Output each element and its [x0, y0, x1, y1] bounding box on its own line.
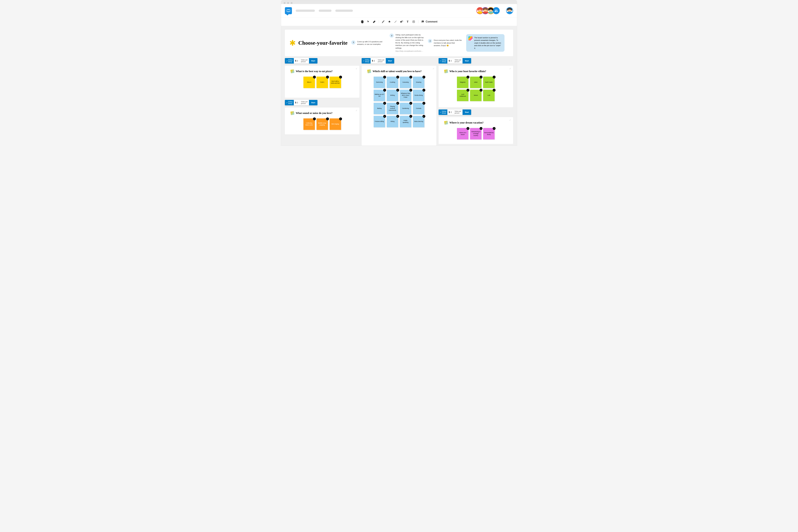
sticky-note[interactable]: Lord Voldemort✓ — [457, 90, 469, 101]
vote-check-icon[interactable]: ✓ — [410, 115, 412, 118]
vote-check-icon[interactable]: ✓ — [410, 89, 412, 92]
vote-check-icon[interactable]: ✓ — [422, 76, 425, 78]
vote-check-icon[interactable]: ✓ — [422, 89, 425, 92]
vote-stepper[interactable]: ▲▼ — [374, 60, 375, 62]
note-tool-icon[interactable] — [412, 20, 415, 23]
vote-check-icon[interactable]: ✓ — [396, 89, 399, 92]
question-section-skill[interactable]: ✓ Which skill or talent would you love t… — [362, 66, 436, 146]
voting-setup-button[interactable]: ⤢ Voting Setup — [285, 58, 294, 63]
start-voting-button[interactable]: Start — [462, 58, 471, 63]
sticky-note[interactable]: Waking up at 5 AM✓ — [374, 90, 385, 101]
vote-stepper[interactable]: ▲▼ — [297, 60, 298, 62]
voting-setup-button[interactable]: ⤢ Voting Setup — [362, 58, 370, 63]
shape-tool-icon[interactable] — [400, 20, 403, 23]
sticky-note[interactable]: Darth Vader✓ — [483, 77, 495, 88]
vote-check-icon[interactable]: ✓ — [493, 89, 496, 92]
sticky-note[interactable]: Loki✓ — [483, 90, 495, 101]
sticky-note[interactable]: Bird singing✓ — [329, 118, 341, 130]
sticky-note[interactable]: Drawing✓ — [413, 77, 424, 88]
app-logo[interactable] — [285, 7, 292, 14]
pointer-tool-icon[interactable] — [367, 20, 370, 23]
vote-check-icon[interactable]: ✓ — [396, 102, 399, 105]
sticky-note[interactable]: Magneto✓ — [457, 77, 469, 88]
sticky-note[interactable]: Joker✓ — [470, 77, 481, 88]
sticky-note[interactable]: Hiking✓ — [387, 116, 398, 127]
question-section-pizza[interactable]: ✓ What is the best way to eat pizza? Sli… — [285, 66, 359, 98]
vote-check-icon[interactable]: ✓ — [480, 127, 482, 130]
vote-check-icon[interactable]: ✓ — [467, 127, 469, 130]
eraser-tool-icon[interactable] — [373, 20, 376, 23]
vote-check-icon[interactable]: ✓ — [396, 76, 399, 78]
section-check-icon[interactable]: ✓ — [509, 119, 511, 121]
start-voting-button[interactable]: Start — [462, 110, 471, 115]
vote-check-icon[interactable]: ✓ — [383, 76, 386, 78]
sticky-note[interactable]: Public speaking✓ — [400, 116, 411, 127]
vote-check-icon[interactable]: ✓ — [326, 117, 329, 120]
sticky-note[interactable]: Scuba diving✓ — [413, 90, 424, 101]
vote-check-icon[interactable]: ✓ — [493, 127, 496, 130]
sticky-note[interactable]: Gardening✓ — [400, 103, 411, 114]
vote-check-icon[interactable]: ✓ — [410, 102, 412, 105]
current-user-avatar[interactable] — [506, 7, 513, 14]
marker-tool-icon[interactable] — [388, 20, 391, 23]
window-dot[interactable] — [284, 2, 286, 4]
sticky-note[interactable]: Venon✓ — [470, 90, 481, 101]
line-tool-icon[interactable] — [394, 20, 397, 23]
canvas[interactable]: ✱ Choose-your-favorite 1 Come up with 3-… — [281, 26, 517, 146]
sticky-note[interactable]: Surrounded by family✓ — [483, 128, 495, 139]
window-dot[interactable] — [291, 2, 292, 4]
voting-setup-button[interactable]: ⤢ Voting Setup — [439, 58, 448, 63]
question-section-villain[interactable]: ✓ Who is your least favorite villain? Ma… — [439, 66, 513, 107]
start-voting-button[interactable]: Start — [386, 58, 394, 63]
vote-check-icon[interactable]: ✓ — [383, 89, 386, 92]
help-link[interactable]: https://help.conceptboard.com/hc/en-us/.… — [395, 50, 424, 52]
sticky-note[interactable]: Fold it✓ — [317, 77, 328, 88]
window-dot[interactable] — [287, 2, 289, 4]
vote-check-icon[interactable]: ✓ — [480, 76, 482, 78]
start-voting-button[interactable]: Start — [309, 58, 318, 63]
text-tool-icon[interactable] — [406, 20, 409, 23]
vote-check-icon[interactable]: ✓ — [422, 102, 425, 105]
sticky-note[interactable]: Bubble wrap popping✓ — [317, 118, 328, 130]
sticky-note[interactable]: Slice it✓ — [303, 77, 315, 88]
vote-check-icon[interactable]: ✓ — [313, 117, 316, 120]
vote-check-icon[interactable]: ✓ — [383, 115, 386, 118]
sticky-note[interactable]: Swimming✓ — [374, 77, 385, 88]
vote-check-icon[interactable]: ✓ — [422, 115, 425, 118]
sticky-note[interactable]: Baking✓ — [374, 103, 385, 114]
vote-check-icon[interactable]: ✓ — [313, 76, 316, 78]
section-check-icon[interactable]: ✓ — [433, 67, 434, 70]
start-voting-button[interactable]: Start — [309, 100, 318, 105]
section-check-icon[interactable]: ✓ — [509, 67, 511, 70]
comment-tool[interactable]: Comment — [421, 20, 437, 23]
vote-check-icon[interactable]: ✓ — [339, 76, 342, 78]
sticky-note[interactable]: Adventuring in a foreign country✓ — [470, 128, 481, 139]
sticky-note[interactable]: Playing musical instruments✓ — [387, 103, 398, 114]
vote-check-icon[interactable]: ✓ — [383, 102, 386, 105]
sticky-note[interactable]: Canoeing✓ — [400, 77, 411, 88]
sticky-note[interactable]: Whatever they did in Harry Potter✓ — [400, 90, 411, 101]
vote-check-icon[interactable]: ✓ — [480, 89, 482, 92]
pen-tool-icon[interactable] — [382, 20, 385, 23]
question-section-vacation[interactable]: ✓ Where is your dream vacation? Alone on… — [439, 117, 513, 144]
voting-setup-button[interactable]: ⤢ Voting Setup — [285, 100, 294, 105]
vote-check-icon[interactable]: ✓ — [339, 117, 342, 120]
hand-tool-icon[interactable] — [361, 20, 364, 23]
sticky-note[interactable]: Eat it with a knife and fork✓ — [329, 77, 341, 88]
vote-check-icon[interactable]: ✓ — [326, 76, 329, 78]
vote-check-icon[interactable]: ✓ — [467, 89, 469, 92]
sticky-note[interactable]: Salsa dancing✓ — [413, 116, 424, 127]
question-section-sound[interactable]: ✓ What sound or noise do you love? Colle… — [285, 108, 359, 134]
sticky-note[interactable]: Cooking✓ — [387, 77, 398, 88]
voting-setup-button[interactable]: ⤢ Voting Setup — [439, 110, 448, 115]
sticky-note[interactable]: Alone on a beach✓ — [457, 128, 469, 139]
user-avatar[interactable] — [487, 7, 494, 14]
sticky-note[interactable]: Fortune telling✓ — [374, 116, 385, 127]
sticky-note[interactable]: Collecting Mario coins✓ — [303, 118, 315, 130]
sticky-note[interactable]: Writing✓ — [387, 90, 398, 101]
vote-stepper[interactable]: ▲▼ — [451, 111, 452, 113]
sticky-note[interactable]: Comedy✓ — [413, 103, 424, 114]
vote-stepper[interactable]: ▲▼ — [451, 60, 452, 62]
vote-check-icon[interactable]: ✓ — [396, 115, 399, 118]
section-check-icon[interactable]: ✓ — [356, 109, 358, 112]
